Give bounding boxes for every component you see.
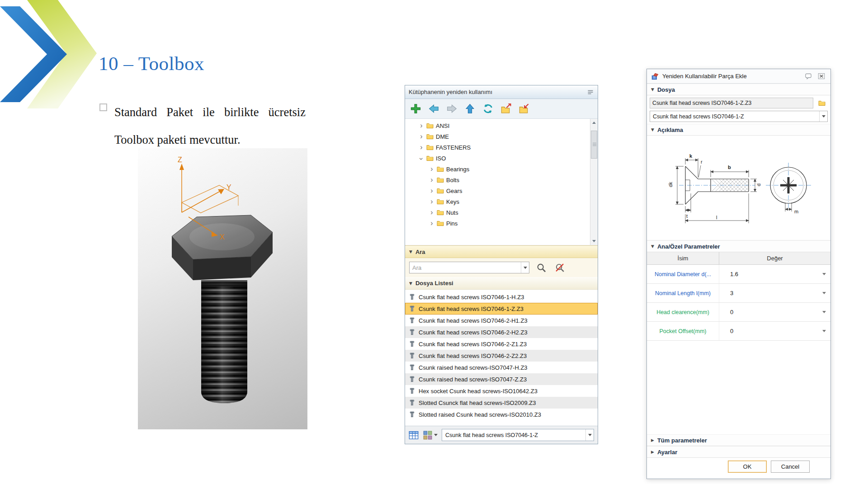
expander-icon[interactable]: › — [419, 122, 424, 129]
expander-icon[interactable]: › — [418, 156, 425, 161]
tree-item[interactable]: › Bolts — [405, 174, 590, 185]
up-level-button[interactable] — [464, 103, 476, 115]
file-list-section-label: Dosya Listesi — [415, 280, 453, 287]
search-button[interactable] — [534, 261, 548, 274]
bolt-shaft — [201, 280, 247, 403]
section-header-description[interactable]: ▼ Açıklama — [647, 124, 830, 136]
scroll-down-button[interactable] — [590, 237, 598, 245]
parameter-value-dropdown[interactable]: 1.6 — [719, 265, 830, 283]
file-path-row: Csunk flat head screws ISO7046-1-Z.Z3 — [647, 95, 830, 110]
tree-item[interactable]: › ANSI — [405, 120, 590, 131]
expander-icon[interactable]: › — [429, 165, 434, 173]
tree-item[interactable]: › Gears — [405, 185, 590, 196]
section-header-settings[interactable]: ▶ Ayarlar — [647, 446, 830, 458]
panel-menu-icon[interactable] — [587, 89, 594, 96]
file-path-field[interactable]: Csunk flat head screws ISO7046-1-Z.Z3 — [650, 98, 813, 108]
chevron-down-icon — [822, 115, 826, 118]
view-mode-button[interactable] — [423, 429, 438, 441]
configuration-combobox[interactable]: Csunk flat head screws ISO7046-1-Z — [650, 111, 828, 122]
file-list-item[interactable]: Csunk flat head screws ISO7046-1-Z.Z3 — [405, 303, 598, 315]
parameter-value-dropdown[interactable]: 0 — [719, 303, 830, 321]
scroll-up-button[interactable] — [590, 119, 598, 127]
forward-button[interactable] — [446, 103, 458, 115]
tree-item[interactable]: › Keys — [405, 196, 590, 207]
parameter-value: 3 — [730, 290, 733, 296]
tree-item[interactable]: › Bearings — [405, 164, 590, 174]
expander-icon[interactable]: › — [429, 176, 434, 183]
parameters-section-label: Ana/Özel Parametreler — [657, 243, 720, 250]
folder-import-button[interactable] — [518, 103, 530, 115]
scroll-down-icon — [592, 240, 596, 242]
expander-icon[interactable]: › — [429, 220, 434, 227]
section-header-file-list[interactable]: ▼ Dosya Listesi — [405, 277, 598, 290]
combo-dropdown-button[interactable] — [819, 111, 827, 122]
back-button[interactable] — [428, 103, 440, 115]
library-panel: Kütüphanenin yeniden kullanımı › ANSI › — [405, 85, 598, 444]
file-name: Slotted Csunck flat head screws-ISO2009.… — [419, 400, 536, 406]
cancel-button[interactable]: Cancel — [771, 461, 810, 473]
file-list-item[interactable]: Csunk flat head screws ISO7046-1-H.Z3 — [405, 291, 598, 303]
tree-item[interactable]: › DME — [405, 131, 590, 142]
slide-logo — [0, 0, 99, 112]
parameter-name: Nominal Length l(mm) — [647, 284, 719, 302]
dim-k-label: k — [689, 153, 693, 159]
file-list-item[interactable]: Csunk flat head screws ISO7046-2-Z2.Z3 — [405, 350, 598, 362]
file-list-item[interactable]: Hex socket Csunk head screws-ISO10642.Z3 — [405, 385, 598, 397]
file-list-item[interactable]: Csunk flat head screws ISO7046-2-H2.Z3 — [405, 326, 598, 338]
clear-search-button[interactable] — [553, 261, 566, 274]
search-input[interactable] — [410, 264, 521, 271]
tree-item[interactable]: › FASTENERS — [405, 142, 590, 153]
triangle-closed-icon: ▶ — [651, 450, 654, 454]
parameter-value-dropdown[interactable]: 0 — [719, 322, 830, 340]
tree-item-label: Gears — [446, 188, 462, 194]
dim-r-label: r — [701, 159, 703, 165]
file-list-item[interactable]: Slotted raised Csunk head screws-ISO2010… — [405, 409, 598, 420]
parameter-row: Pocket Offset(mm) 0 — [647, 322, 830, 341]
expander-icon[interactable]: › — [419, 144, 424, 151]
parameter-value-dropdown[interactable]: 3 — [719, 284, 830, 302]
refresh-button[interactable] — [482, 103, 494, 115]
folder-icon — [437, 220, 444, 227]
expander-icon[interactable]: › — [429, 198, 434, 205]
expander-icon[interactable]: › — [429, 209, 434, 216]
expander-icon[interactable]: › — [419, 133, 424, 140]
comment-button[interactable] — [803, 72, 813, 80]
browse-button[interactable] — [816, 98, 828, 108]
combo-dropdown-button[interactable] — [585, 429, 594, 441]
section-header-parameters[interactable]: ▼ Ana/Özel Parametreler — [647, 240, 830, 252]
search-icon — [537, 263, 546, 273]
folder-export-button[interactable] — [500, 103, 512, 115]
tree-item-label: Bolts — [446, 177, 459, 183]
selected-part-combobox[interactable]: Csunk flat head screws ISO7046-1-Z — [442, 429, 594, 441]
table-icon — [409, 430, 419, 440]
section-header-search[interactable]: ▼ Ara — [405, 245, 598, 258]
tree-item[interactable]: › Nuts — [405, 207, 590, 218]
library-titlebar: Kütüphanenin yeniden kullanımı — [405, 85, 598, 99]
add-button[interactable] — [410, 103, 422, 115]
dim-l-label: l — [716, 215, 717, 220]
column-header-name: İsim — [647, 252, 719, 264]
search-history-dropdown[interactable] — [521, 262, 529, 273]
table-view-button[interactable] — [409, 429, 419, 441]
screw-file-icon — [409, 353, 415, 359]
tree-scrollbar[interactable] — [590, 119, 598, 245]
tree-item[interactable]: › ISO — [405, 153, 590, 164]
close-button[interactable] — [816, 72, 826, 80]
folder-icon — [426, 133, 434, 140]
screw-file-icon — [409, 329, 415, 336]
section-header-file[interactable]: ▼ Dosya — [647, 84, 830, 95]
scroll-up-icon — [592, 122, 596, 124]
scrollbar-thumb[interactable] — [591, 131, 597, 159]
screw-file-icon — [409, 411, 415, 418]
file-list: Csunk flat head screws ISO7046-1-H.Z3 Cs… — [405, 290, 598, 426]
screw-file-icon — [409, 400, 415, 406]
file-list-item[interactable]: Csunk raised head screws-ISO7047-Z.Z3 — [405, 373, 598, 385]
file-list-item[interactable]: Csunk flat head screws ISO7046-2-H1.Z3 — [405, 315, 598, 326]
tree-item[interactable]: › Pins — [405, 218, 590, 229]
file-list-item[interactable]: Csunk flat head screws ISO7046-2-Z1.Z3 — [405, 338, 598, 350]
file-list-item[interactable]: Csunk raised head screws-ISO7047-H.Z3 — [405, 362, 598, 373]
expander-icon[interactable]: › — [429, 187, 434, 194]
file-list-item[interactable]: Slotted Csunck flat head screws-ISO2009.… — [405, 397, 598, 409]
section-header-all-parameters[interactable]: ▶ Tüm parametreler — [647, 434, 830, 446]
ok-button[interactable]: OK — [728, 461, 767, 473]
